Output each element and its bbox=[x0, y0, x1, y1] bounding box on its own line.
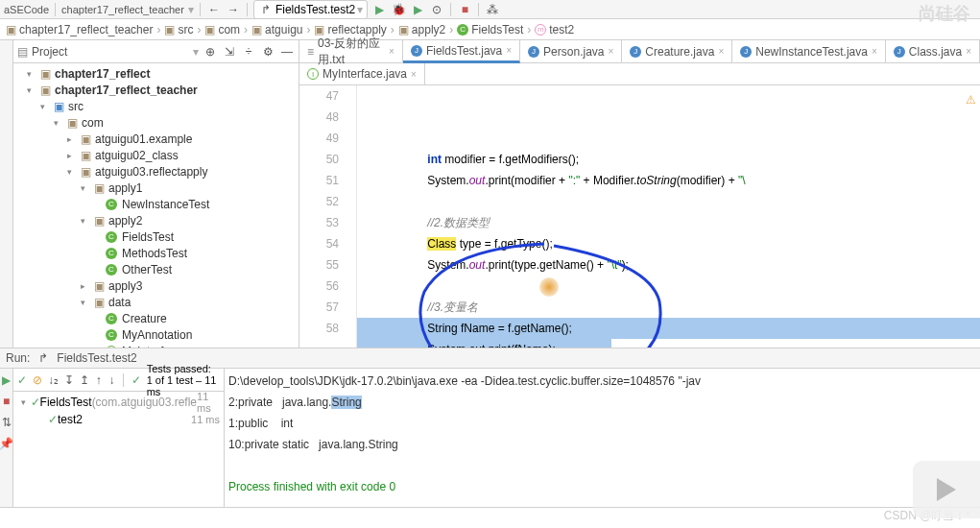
chevron-icon[interactable]: ▾ bbox=[67, 167, 79, 177]
close-icon[interactable]: × bbox=[506, 45, 512, 56]
code-line[interactable]: int modifier = f.getModifiers(); bbox=[357, 149, 980, 170]
back-icon[interactable]: ← bbox=[206, 2, 222, 17]
collapse-icon[interactable]: ÷ bbox=[241, 44, 256, 60]
project-tree[interactable]: ▾▣chapter17_reflect▾▣chapter17_reflect_t… bbox=[13, 63, 299, 348]
tree-item[interactable]: CFieldsTest bbox=[13, 228, 299, 245]
bc-item[interactable]: ▣atguigu bbox=[251, 23, 302, 36]
rerun-icon[interactable]: ▶ bbox=[0, 372, 14, 388]
editor-tab[interactable]: JClass.java× bbox=[886, 40, 980, 62]
select-opened-icon[interactable]: ⊕ bbox=[203, 44, 218, 60]
chevron-icon[interactable]: ▾ bbox=[27, 85, 38, 95]
code-line[interactable]: System.out.print(type.getName() + "\t"); bbox=[357, 254, 980, 276]
code-lines[interactable]: ⚠ int modifier = f.getModifiers(); Syste… bbox=[357, 85, 980, 348]
editor-tab[interactable]: JFieldsTest.java× bbox=[403, 40, 520, 63]
code-line[interactable]: Class type = f.getType(); bbox=[357, 233, 980, 254]
bc-item[interactable]: CFieldsTest bbox=[457, 23, 523, 36]
close-icon[interactable]: × bbox=[389, 46, 394, 57]
prev-icon[interactable]: ↑ bbox=[95, 372, 103, 388]
pass-filter-icon[interactable]: ✓ bbox=[17, 372, 27, 388]
sort-icon[interactable]: ↓₂ bbox=[48, 372, 59, 388]
tree-item[interactable]: COtherTest bbox=[13, 261, 299, 277]
bc-item[interactable]: ▣com bbox=[204, 23, 240, 36]
close-icon[interactable]: × bbox=[718, 46, 724, 57]
code-line[interactable]: //3.变量名 bbox=[357, 297, 980, 318]
expand-icon[interactable]: ↧ bbox=[64, 372, 74, 388]
test-tree-item[interactable]: ▾✓ FieldsTest (com.atguigu03.refle11 ms bbox=[13, 394, 224, 411]
editor-tab[interactable]: JPerson.java× bbox=[520, 40, 622, 62]
chevron-icon[interactable]: ▾ bbox=[81, 216, 92, 226]
debug-icon[interactable]: 🐞 bbox=[391, 2, 406, 17]
code-area[interactable]: 474849505152535455565758 ⚠ int modifier … bbox=[299, 85, 980, 348]
code-line[interactable]: // bbox=[357, 276, 980, 297]
bc-item[interactable]: ▣src bbox=[164, 23, 193, 36]
code-line[interactable]: //2.数据类型 bbox=[357, 212, 980, 233]
tree-label: MethodsTest bbox=[122, 247, 187, 260]
stop-icon[interactable]: ■ bbox=[457, 2, 472, 17]
chevron-icon[interactable]: ▸ bbox=[67, 151, 79, 160]
chevron-icon[interactable]: ▾ bbox=[81, 183, 92, 193]
tree-item[interactable]: ▾▣src bbox=[13, 98, 299, 114]
tree-item[interactable]: ▾▣chapter17_reflect_teacher bbox=[13, 82, 299, 98]
editor-tab[interactable]: ≡03-反射的应用.txt× bbox=[299, 40, 403, 62]
bc-item[interactable]: ▣apply2 bbox=[398, 23, 445, 36]
tree-item[interactable]: ▸▣atguigu02_class bbox=[13, 147, 299, 163]
editor-tab[interactable]: IMyInterface.java× bbox=[299, 63, 425, 84]
editor-tab[interactable]: JCreature.java× bbox=[622, 40, 732, 62]
settings-icon[interactable]: ⚙ bbox=[260, 44, 275, 60]
chevron-icon[interactable]: ▸ bbox=[81, 281, 92, 291]
bc-item[interactable]: ▣reflectapply bbox=[314, 23, 386, 36]
bc-item[interactable]: mtest2 bbox=[535, 23, 574, 36]
ignore-filter-icon[interactable]: ⊘ bbox=[33, 372, 42, 388]
expand-icon[interactable]: ⇲ bbox=[222, 44, 237, 60]
tree-item[interactable]: ▾▣apply2 bbox=[13, 212, 299, 228]
bc-item[interactable]: ▣chapter17_reflect_teacher bbox=[6, 23, 153, 36]
code-line[interactable]: System.out.print(modifier + ":" + Modifi… bbox=[357, 170, 980, 191]
stop-icon[interactable]: ■ bbox=[0, 394, 14, 409]
collapse-icon[interactable]: ↥ bbox=[80, 372, 89, 388]
hide-icon[interactable]: — bbox=[279, 44, 295, 60]
left-toolbar[interactable] bbox=[0, 40, 13, 348]
warning-icon[interactable]: ⚠ bbox=[966, 89, 976, 110]
chevron-icon[interactable]: ▾ bbox=[81, 298, 92, 307]
close-icon[interactable]: × bbox=[411, 69, 417, 80]
forward-icon[interactable]: → bbox=[226, 2, 241, 17]
close-icon[interactable]: × bbox=[966, 46, 971, 57]
tree-item[interactable]: IMyInterface bbox=[13, 343, 299, 348]
tree-item[interactable]: ▸▣apply3 bbox=[13, 277, 299, 294]
tree-item[interactable]: ▾▣apply1 bbox=[13, 180, 299, 196]
close-icon[interactable]: × bbox=[872, 46, 877, 57]
run-config-dropdown[interactable]: ↱FieldsTest.test2▾ bbox=[253, 0, 368, 19]
separator bbox=[55, 3, 56, 16]
profile-icon[interactable]: ⊙ bbox=[429, 2, 444, 17]
tree-item[interactable]: CMyAnnotation bbox=[13, 326, 299, 343]
tree-item[interactable]: CNewInstanceTest bbox=[13, 196, 299, 212]
chevron-icon[interactable]: ▸ bbox=[67, 134, 79, 144]
video-overlay-control[interactable] bbox=[913, 461, 980, 518]
tree-item[interactable]: ▾▣com bbox=[13, 114, 299, 131]
coverage-icon[interactable]: ▶ bbox=[410, 2, 425, 17]
editor-tab[interactable]: JNewInstanceTest.java× bbox=[732, 40, 886, 62]
tree-item[interactable]: ▾▣atguigu03.reflectapply bbox=[13, 163, 299, 180]
tree-item[interactable]: ▾▣data bbox=[13, 294, 299, 310]
tree-item[interactable]: CMethodsTest bbox=[13, 245, 299, 261]
console-output[interactable]: D:\develop_tools\JDK\jdk-17.0.2\bin\java… bbox=[225, 369, 980, 507]
chevron-icon[interactable]: ▾ bbox=[27, 69, 38, 79]
code-line[interactable]: System.out.print(fName); bbox=[357, 339, 980, 348]
test-tree-item[interactable]: ✓ test211 ms bbox=[13, 411, 224, 428]
layout-icon[interactable]: ⇅ bbox=[0, 415, 14, 430]
tree-item[interactable]: ▾▣chapter17_reflect bbox=[13, 65, 299, 82]
tree-item[interactable]: CCreature bbox=[13, 310, 299, 326]
pin-icon[interactable]: 📌 bbox=[0, 436, 14, 451]
next-icon[interactable]: ↓ bbox=[108, 372, 116, 388]
code-line[interactable]: String fName = f.getName(); bbox=[357, 318, 980, 339]
close-icon[interactable]: × bbox=[608, 46, 613, 57]
run-icon[interactable]: ▶ bbox=[371, 2, 387, 17]
chevron-icon[interactable]: ▾ bbox=[40, 102, 52, 111]
translate-icon[interactable]: ⁂ bbox=[485, 2, 500, 17]
chevron-icon[interactable]: ▾ bbox=[54, 118, 65, 128]
code-line[interactable] bbox=[357, 191, 980, 212]
text-file-icon: ≡ bbox=[307, 45, 314, 59]
tab-label: Class.java bbox=[909, 45, 962, 59]
tree-item[interactable]: ▸▣atguigu01.example bbox=[13, 131, 299, 147]
line-gutter[interactable]: 474849505152535455565758 bbox=[299, 85, 357, 348]
